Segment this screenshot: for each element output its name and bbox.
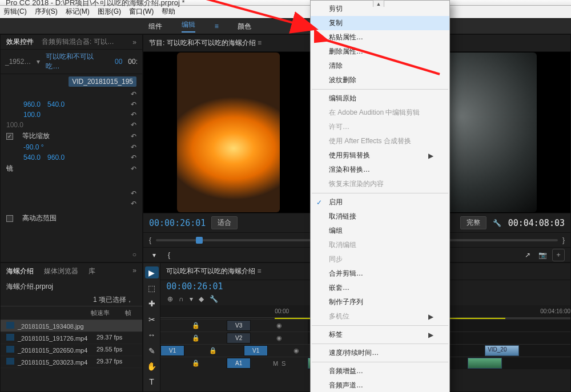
v1-label[interactable]: V1 — [244, 345, 268, 356]
clip-badge[interactable]: VID_20181015_195 — [69, 76, 136, 87]
tab-editing-menu-icon[interactable]: ≡ — [215, 22, 218, 30]
camera-icon[interactable]: 📷 — [537, 250, 548, 260]
menu-speed-duration[interactable]: 速度/持续时间… — [311, 346, 449, 360]
slip-tool[interactable]: ↔ — [145, 329, 159, 341]
lock-icon[interactable]: 🔒 — [209, 347, 217, 354]
menu-graphic[interactable]: 图形(G) — [98, 7, 121, 17]
reset-icon[interactable]: ↶ — [131, 111, 136, 119]
menu-ripple-delete[interactable]: 波纹删除 — [311, 73, 449, 87]
tab-assembly[interactable]: 组件 — [148, 22, 162, 31]
snap-icon[interactable]: ⊕ — [167, 295, 173, 303]
menu-window[interactable]: 窗口(W) — [129, 7, 154, 17]
in-icon[interactable]: { — [164, 250, 174, 260]
menu-delete-attributes[interactable]: 删除属性… — [311, 45, 449, 59]
col-framerate[interactable]: 帧速率 — [91, 309, 125, 317]
menu-edit[interactable]: 剪辑(C) — [3, 7, 27, 17]
v3-label[interactable]: V3 — [227, 320, 251, 331]
reset-icon[interactable]: ↶ — [131, 189, 136, 197]
marker-icon[interactable]: ▾ — [149, 250, 159, 260]
settings-icon[interactable]: ◆ — [199, 295, 204, 303]
project-item[interactable]: _20181015_191726.mp429.37 fps — [1, 332, 142, 344]
menu-replace-clip[interactable]: 使用剪辑替换▶ — [311, 148, 449, 163]
col-other[interactable]: 帧 — [125, 309, 136, 317]
project-item[interactable]: _20181015_193408.jpg — [1, 320, 142, 332]
menu-sequence[interactable]: 序列(S) — [35, 7, 58, 17]
eye-icon[interactable]: ◉ — [293, 347, 299, 354]
brace-right-icon[interactable]: } — [562, 236, 565, 244]
selection-tool[interactable]: ▶ — [145, 266, 159, 278]
lock-icon[interactable]: 🔒 — [192, 334, 200, 342]
solo-button[interactable]: S — [282, 360, 286, 367]
program-fit-dropdown[interactable]: 适合 — [211, 216, 238, 229]
a1-label[interactable]: A1 — [227, 358, 251, 369]
anchor-y[interactable]: 960.0 — [47, 153, 65, 161]
tab-audio-clip-mixer[interactable]: 音频剪辑混合器: 可以吃和不可 — [42, 37, 116, 47]
clip-v1[interactable]: VID_20 — [485, 345, 519, 356]
sequence-name[interactable]: 可以吃和不可以吃… — [46, 52, 103, 71]
scale[interactable]: 100.0 — [23, 111, 41, 119]
project-item[interactable]: _20181015_203023.mp429.37 fps — [1, 356, 142, 368]
reset-icon[interactable]: ↶ — [131, 90, 136, 98]
link-icon[interactable]: ∩ — [179, 295, 184, 303]
timeline-timecode[interactable]: 00:00:26:01 — [166, 281, 223, 292]
reset-icon[interactable]: ↶ — [131, 200, 136, 208]
menu-render-replace[interactable]: 渲染和替换… — [311, 163, 449, 177]
menu-unlink[interactable]: 取消链接 — [311, 209, 449, 224]
tab-editing[interactable]: 编辑 — [182, 20, 195, 33]
menu-audio-channels[interactable]: 音频声道… — [311, 378, 449, 392]
menu-group[interactable]: 编组 — [311, 224, 449, 238]
pen-tool[interactable]: ✎ — [145, 345, 159, 357]
marker-icon[interactable]: ▾ — [190, 295, 193, 303]
menu-enable[interactable]: ✓启用 — [311, 195, 449, 209]
audio-clip[interactable] — [468, 358, 502, 369]
razor-tool[interactable]: ✂ — [145, 313, 159, 325]
tab-project[interactable]: 海螺介绍 — [6, 266, 34, 276]
tab-library[interactable]: 库 — [89, 266, 95, 276]
lock-icon[interactable]: 🔒 — [192, 359, 200, 367]
reset-icon[interactable]: ↶ — [131, 143, 136, 151]
chevron-down-icon[interactable]: ▾ — [37, 58, 40, 66]
mute-button[interactable]: M — [273, 360, 278, 367]
reset-icon[interactable]: ↶ — [131, 132, 136, 140]
menu-make-subsequence[interactable]: 制作子序列 — [311, 295, 449, 309]
wrench-icon[interactable]: 🔧 — [492, 218, 502, 228]
playhead-knob[interactable] — [196, 237, 203, 244]
menu-nest[interactable]: 嵌套… — [311, 281, 449, 295]
type-tool[interactable]: T — [145, 376, 159, 388]
rotation[interactable]: -90.0 ° — [23, 143, 43, 151]
menu-clear[interactable]: 清除 — [311, 59, 449, 73]
reset-icon[interactable]: ↶ — [131, 153, 136, 161]
tab-media-browser[interactable]: 媒体浏览器 — [44, 266, 78, 276]
tab-color[interactable]: 颜色 — [238, 22, 251, 31]
hand-tool[interactable]: ✋ — [145, 360, 159, 372]
reset-icon[interactable]: ↶ — [131, 165, 136, 173]
position-y[interactable]: 540.0 — [47, 100, 65, 108]
lock-icon[interactable]: 🔒 — [192, 322, 200, 329]
menu-label[interactable]: 标签▶ — [311, 328, 449, 342]
chevron-right-icon[interactable]: » — [132, 266, 136, 276]
position-x[interactable]: 960.0 — [23, 100, 41, 108]
menu-edit-original[interactable]: 编辑原始 — [311, 91, 449, 106]
program-timecode-left[interactable]: 00:00:26:01 — [149, 218, 206, 228]
add-button[interactable]: ＋ — [552, 249, 565, 261]
menu-copy[interactable]: 复制 — [311, 16, 449, 30]
col-name[interactable] — [6, 309, 91, 317]
project-item[interactable]: _20181015_202650.mp429.55 fps — [1, 344, 142, 356]
menu-paste-attributes[interactable]: 粘贴属性… — [311, 30, 449, 45]
ripple-tool[interactable]: ✚ — [145, 298, 159, 310]
uniform-scale-checkbox[interactable]: ✓ — [6, 133, 13, 140]
track-select-tool[interactable]: ⬚ — [145, 282, 159, 294]
program-fit2-dropdown[interactable]: 完整 — [460, 216, 486, 229]
reset-icon[interactable]: ↶ — [131, 100, 136, 108]
v2-label[interactable]: V2 — [227, 333, 251, 343]
anchor-x[interactable]: 540.0 — [23, 153, 41, 161]
reset-icon[interactable]: ↶ — [131, 121, 136, 129]
eye-icon[interactable]: ◉ — [276, 322, 282, 329]
menu-marker[interactable]: 标记(M) — [66, 7, 90, 17]
scroll-up-icon[interactable]: ▲ — [373, 0, 384, 7]
tab-effect-controls[interactable]: 效果控件 — [6, 37, 34, 47]
export-frame-icon[interactable]: ↗ — [522, 250, 533, 260]
eye-icon[interactable]: ◉ — [276, 334, 282, 342]
chevron-right-icon[interactable]: » — [132, 38, 136, 46]
brace-left-icon[interactable]: { — [149, 236, 151, 244]
